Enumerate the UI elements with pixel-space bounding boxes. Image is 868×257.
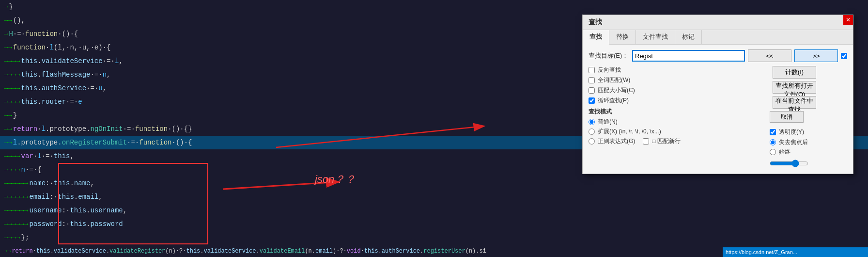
- regex-mode-radio[interactable]: [589, 138, 595, 145]
- search-input[interactable]: [632, 50, 745, 62]
- code-line-17: →→→→→→ password :· this . password: [0, 217, 868, 231]
- always-label: 始终: [779, 148, 790, 156]
- match-newline-checkbox[interactable]: [643, 138, 649, 145]
- whole-word-label: 全词匹配(W): [598, 76, 630, 84]
- mode-section-label: 查找模式: [589, 108, 764, 116]
- wrap-checkbox[interactable]: [589, 97, 595, 104]
- find-all-open-button[interactable]: 查找所有打开文件(O): [773, 81, 816, 94]
- whole-word-checkbox[interactable]: [589, 77, 595, 83]
- extended-mode-label: 扩展(X) (\n, \r, \t, \0, \x...): [598, 128, 661, 136]
- cancel-button[interactable]: 取消: [770, 111, 804, 123]
- transparency-checkbox[interactable]: [770, 129, 776, 135]
- find-body: 查找目标(E)： << >> 反向查找 全词匹配(W) 匹配大小写(C): [583, 45, 853, 174]
- normal-mode-label: 普通(N): [598, 118, 618, 126]
- on-lose-focus-row: 失去焦点后: [770, 138, 847, 146]
- normal-mode-row: 普通(N): [589, 118, 764, 126]
- code-line-14: →→→→→→ name :· this . name ,: [0, 177, 868, 190]
- next-button[interactable]: >>: [794, 49, 838, 62]
- reverse-find-checkbox[interactable]: [589, 67, 595, 73]
- always-radio[interactable]: [770, 149, 776, 155]
- reverse-find-label: 反向查找: [598, 66, 621, 74]
- find-action-buttons: 计数(I) 查找所有打开文件(O) 在当前文件中查找 取消 透明度(Y) 失去焦…: [770, 66, 847, 169]
- arrow-icon: →: [4, 0, 8, 14]
- wrap-label: 循环查找(P): [598, 96, 629, 105]
- tab-find[interactable]: 查找: [583, 30, 609, 45]
- find-current-button[interactable]: 在当前文件中查找: [773, 96, 816, 109]
- always-row: 始终: [770, 148, 847, 156]
- match-case-row: 匹配大小写(C): [589, 86, 764, 95]
- transparency-label: 透明度(Y): [779, 128, 804, 136]
- search-row: 查找目标(E)： << >>: [589, 49, 847, 62]
- code-line-16: →→→→→→ username :· this . username ,: [0, 204, 868, 217]
- reverse-find-row: 反向查找: [589, 66, 764, 74]
- match-case-checkbox[interactable]: [589, 87, 595, 94]
- tab-file-find[interactable]: 文件查找: [636, 30, 675, 44]
- extra-checkbox[interactable]: [841, 53, 847, 59]
- extended-mode-radio[interactable]: [589, 128, 595, 135]
- find-left-options: 反向查找 全词匹配(W) 匹配大小写(C) 循环查找(P) 查找模式: [589, 66, 764, 169]
- regex-mode-row: 正则表达式(G) □ 匹配新行: [589, 137, 764, 145]
- status-url: https://blog.csdn.net/Z_Gran...: [726, 249, 797, 255]
- tab-mark[interactable]: 标记: [675, 30, 702, 44]
- search-label: 查找目标(E)：: [589, 51, 632, 60]
- tab-replace[interactable]: 替换: [609, 30, 636, 44]
- normal-mode-radio[interactable]: [589, 119, 595, 125]
- on-lose-focus-radio[interactable]: [770, 139, 776, 145]
- transparency-section: 透明度(Y) 失去焦点后 始终: [770, 128, 847, 169]
- find-tabs: 查找 替换 文件查找 标记: [583, 30, 853, 45]
- close-dialog-button[interactable]: ✕: [843, 15, 853, 25]
- code-line-15: →→→→→→ email :· this . email ,: [0, 190, 868, 204]
- code-line-18: →→→→ };: [0, 231, 868, 244]
- wrap-row: 循环查找(P): [589, 96, 764, 105]
- code-line-1: → }: [0, 0, 868, 14]
- transparency-row: 透明度(Y): [770, 128, 847, 136]
- whole-word-row: 全词匹配(W): [589, 76, 764, 84]
- json-annotation-label: json？？: [315, 172, 356, 187]
- match-case-label: 匹配大小写(C): [598, 86, 635, 95]
- match-newline-label: □ 匹配新行: [652, 137, 681, 145]
- on-lose-focus-label: 失去焦点后: [779, 138, 808, 146]
- find-options-area: 反向查找 全词匹配(W) 匹配大小写(C) 循环查找(P) 查找模式: [589, 66, 847, 169]
- regex-mode-label: 正则表达式(G): [598, 137, 635, 145]
- transparency-slider[interactable]: [770, 160, 808, 167]
- extended-mode-row: 扩展(X) (\n, \r, \t, \0, \x...): [589, 128, 764, 136]
- count-button[interactable]: 计数(I): [773, 66, 816, 79]
- find-dialog-title: 查找: [583, 15, 853, 30]
- find-dialog[interactable]: 查找 ✕ 查找 替换 文件查找 标记 查找目标(E)： << >> 反向查找: [582, 15, 853, 174]
- prev-button[interactable]: <<: [748, 49, 791, 62]
- status-bar: https://blog.csdn.net/Z_Gran...: [723, 247, 868, 257]
